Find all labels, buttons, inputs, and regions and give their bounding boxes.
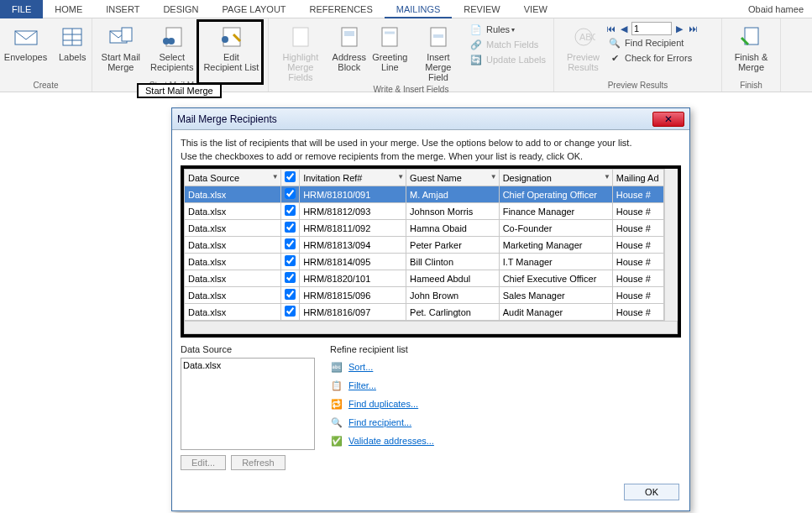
svg-rect-15: [382, 28, 397, 46]
validate-addresses-link[interactable]: Validate addresses...: [348, 436, 434, 446]
sort-icon: 🔤: [330, 360, 343, 374]
search-icon: 🔍: [608, 36, 621, 50]
grid-vscroll[interactable]: [664, 169, 678, 321]
last-record-button[interactable]: ⏭: [687, 23, 699, 34]
row-checkbox[interactable]: [285, 222, 296, 233]
finish-icon: [738, 24, 765, 50]
dialog-intro-1: This is the list of recipients that will…: [181, 137, 681, 149]
table-row[interactable]: Data.xlsxHRM/81814/095Bill ClintonI.T Ma…: [185, 254, 664, 270]
group-finish-label: Finish: [726, 80, 777, 92]
address-icon: [336, 24, 363, 50]
col-designation[interactable]: Designation▼: [499, 170, 612, 186]
data-source-list[interactable]: Data.xlsx: [181, 358, 315, 450]
labels-icon: [59, 24, 86, 50]
find-recipient-button[interactable]: 🔍Find Recipient: [605, 35, 714, 50]
col-guest-name[interactable]: Guest Name▼: [406, 170, 500, 186]
menu-tabs: FILE HOME INSERT DESIGN PAGE LAYOUT REFE…: [0, 0, 812, 18]
col-check[interactable]: [280, 170, 300, 186]
tab-file[interactable]: FILE: [0, 0, 43, 18]
address-block-button[interactable]: Address Block: [329, 22, 369, 74]
record-input[interactable]: [631, 22, 672, 35]
tab-design[interactable]: DESIGN: [151, 0, 210, 18]
row-checkbox[interactable]: [285, 306, 296, 317]
svg-rect-6: [122, 28, 132, 41]
table-row[interactable]: Data.xlsxHRM/81812/093Johnson MorrisFina…: [185, 203, 664, 220]
edit-datasource-button: Edit...: [181, 455, 226, 470]
chevron-down-icon: ▼: [272, 173, 279, 181]
svg-rect-18: [433, 34, 443, 38]
table-row[interactable]: Data.xlsxHRM/81816/097Pet. CarlingtonAud…: [185, 304, 664, 321]
tab-insert[interactable]: INSERT: [94, 0, 151, 18]
dialog-title: Mail Merge Recipients: [177, 113, 277, 125]
svg-rect-13: [342, 28, 357, 46]
sort-link[interactable]: Sort...: [348, 362, 373, 372]
record-nav: ⏮ ◀ ▶ ⏭: [605, 22, 714, 35]
tab-references[interactable]: REFERENCES: [298, 0, 385, 18]
tab-home[interactable]: HOME: [43, 0, 94, 18]
svg-point-9: [168, 38, 175, 44]
data-source-label: Data Source: [181, 344, 315, 354]
check-errors-button[interactable]: ✔Check for Errors: [605, 50, 714, 65]
update-labels-button: 🔄Update Labels: [466, 52, 550, 67]
greeting-icon: [376, 24, 403, 50]
user-name: Obaid hamee: [748, 4, 812, 14]
row-checkbox[interactable]: [285, 205, 296, 216]
tab-mailings[interactable]: MAILINGS: [385, 0, 453, 18]
data-source-item[interactable]: Data.xlsx: [183, 360, 312, 370]
filter-link[interactable]: Filter...: [348, 380, 376, 390]
table-row[interactable]: Data.xlsxHRM/81815/096John BrownSales Ma…: [185, 287, 664, 304]
row-checkbox[interactable]: [285, 238, 296, 249]
svg-rect-14: [344, 31, 354, 36]
highlight-box-edit: [196, 19, 264, 85]
col-mailing[interactable]: Mailing Ad: [612, 170, 663, 186]
find-recipient-link[interactable]: Find recipient...: [348, 417, 411, 427]
row-checkbox[interactable]: [285, 289, 296, 300]
table-row[interactable]: Data.xlsxHRM/81810/091M. AmjadChief Oper…: [185, 186, 664, 203]
table-row[interactable]: Data.xlsxHRM/81811/092Hamna ObaidCo-Foun…: [185, 220, 664, 237]
col-invitation-ref[interactable]: Invitation Ref#▼: [300, 170, 406, 186]
find-icon: 🔍: [330, 416, 343, 429]
tab-view[interactable]: VIEW: [512, 0, 559, 18]
preview-results-button: ABCPreview Results: [562, 22, 605, 74]
dialog-intro-2: Use the checkboxes to add or remove reci…: [181, 150, 681, 162]
table-row[interactable]: Data.xlsxHRM/81820/101Hameed AbdulChief …: [185, 270, 664, 287]
rules-icon: 📄: [469, 23, 483, 36]
match-fields-button: 🔗Match Fields: [466, 37, 550, 52]
finish-merge-button[interactable]: Finish & Merge: [730, 22, 773, 74]
envelope-icon: [13, 24, 39, 50]
ok-button[interactable]: OK: [624, 484, 679, 500]
start-mail-merge-button[interactable]: Start Mail Merge: [97, 22, 145, 74]
recipients-table[interactable]: Data Source▼ Invitation Ref#▼ Guest Name…: [184, 169, 664, 321]
tab-review[interactable]: REVIEW: [452, 0, 511, 18]
row-checkbox[interactable]: [285, 255, 296, 266]
row-checkbox[interactable]: [285, 188, 296, 199]
close-button[interactable]: ✕: [652, 112, 684, 127]
tab-page-layout[interactable]: PAGE LAYOUT: [211, 0, 298, 18]
group-preview-label: Preview Results: [558, 80, 718, 92]
close-icon: ✕: [664, 113, 673, 125]
grid-hscroll[interactable]: [184, 321, 678, 334]
validate-icon: ✅: [330, 434, 343, 448]
insert-merge-field-button[interactable]: Insert Merge Field: [411, 22, 466, 84]
prev-record-button[interactable]: ◀: [618, 23, 630, 34]
select-all-checkbox[interactable]: [285, 171, 296, 182]
table-row[interactable]: Data.xlsxHRM/81813/094Peter ParkerMarket…: [185, 237, 664, 254]
next-record-button[interactable]: ▶: [673, 23, 685, 34]
first-record-button[interactable]: ⏮: [605, 23, 616, 34]
chevron-down-icon: ▼: [397, 173, 404, 181]
filter-icon: 📋: [330, 379, 343, 392]
col-data-source[interactable]: Data Source▼: [185, 170, 281, 186]
find-duplicates-link[interactable]: Find duplicates...: [348, 399, 418, 409]
ribbon: Envelopes Labels Create Start Mail Merge…: [0, 18, 812, 92]
rules-button[interactable]: 📄Rules▾: [466, 22, 550, 37]
select-recipients-button[interactable]: Select Recipients: [145, 22, 198, 74]
check-icon: ✔: [608, 51, 621, 65]
greeting-line-button[interactable]: Greeting Line: [369, 22, 411, 74]
recipients-icon: [159, 24, 186, 50]
row-checkbox[interactable]: [285, 272, 296, 283]
envelopes-button[interactable]: Envelopes: [0, 22, 52, 64]
insert-field-icon: [425, 24, 452, 50]
chevron-down-icon: ▼: [490, 173, 497, 181]
highlight-icon: [287, 24, 314, 50]
labels-button[interactable]: Labels: [52, 22, 92, 64]
